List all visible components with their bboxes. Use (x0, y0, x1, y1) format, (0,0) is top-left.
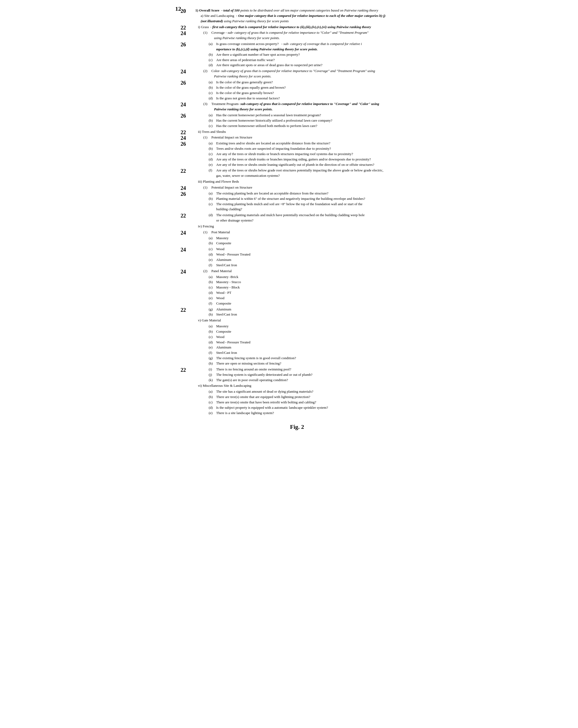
planting-a-line: (a) The existing planting beds are locat… (209, 191, 399, 196)
coverage-b-line: (b) Are there a significant number of ba… (209, 52, 399, 57)
fencing-header-line: iv) Fencing (198, 224, 399, 229)
main-content: 20 1) Overall Score - total of 500 point… (195, 8, 399, 415)
section-gate-material: v) Gate Material (195, 318, 399, 323)
section-26e: 26 (a) The existing planting beds are lo… (209, 191, 399, 212)
line-num-26d: 26 (181, 141, 186, 147)
line-num-24h: 24 (181, 269, 186, 275)
treatment-b-line: (b) Has the current homeowner historical… (209, 118, 399, 123)
planting-c-cont: building cladding? (216, 207, 399, 212)
section-26f: 24 (c) Wood (d) Wood - Pressure Treated … (209, 247, 399, 267)
post-material-header: (1) Post Material (203, 230, 399, 235)
gate-d: (d) Wood - Pressure Treated (209, 340, 399, 345)
section-misc-items: (a) The site has a significant amount of… (209, 389, 399, 415)
section-gate-items-1: (a) Masonry (b) Composite (c) Wood (d) W… (209, 324, 399, 366)
trees-c-line: (c) Are any of the trees or shrub trunks… (209, 152, 399, 157)
misc-b: (b) There are tree(s) onsite that are eq… (209, 394, 399, 399)
panel-c: (c) Masonry - Block (209, 285, 399, 290)
post-c: (c) Wood (209, 247, 399, 252)
line-num-24c: 24 (181, 102, 186, 108)
gate-f: (f) Steel/Cast Iron (209, 350, 399, 356)
misc-c: (c) There are tree(s) onsite that have b… (209, 400, 399, 405)
line-num-24a: 24 (181, 30, 186, 36)
treatment-sub-line: Pairwise ranking theory for score points… (214, 107, 399, 112)
gate-a: (a) Masonry (209, 324, 399, 329)
planting-c-line: (c) The existing planting beds mulch and… (209, 202, 399, 207)
planting-b-line: (b) Planting material is within 6" of th… (209, 196, 399, 202)
section-potential-impact-2: 24 (1) Potential Impact on Structure (203, 185, 399, 190)
section-planting: iii) Planting and Flower Beds (195, 179, 399, 184)
treatment-line: (3) Treatment Program- sub-category of g… (203, 102, 399, 107)
section-post-material: 24 (1) Post Material (203, 230, 399, 235)
coverage-c-line: (c) Are there areas of pedestrian traffi… (209, 58, 399, 63)
coverage-a-cont: mportance to (b),(c),(d) using Pairwise … (216, 47, 399, 52)
panel-b: (b) Masonry - Stucco (209, 280, 399, 285)
line-num-24d: 24 (181, 135, 186, 141)
section-22e: 22 (g) Aluminum (h) Steel/Cast Iron (209, 307, 399, 317)
gate-j: (j) The fencing system is significantly … (209, 372, 399, 378)
color-a-line: (a) Is the color of the grass generally … (209, 80, 399, 85)
planting-impact-header: (1) Potential Impact on Structure (203, 185, 399, 190)
misc-d: (d) Is the subject property is equipped … (209, 405, 399, 410)
misc-header: vi) Miscellaneous Site & Landscaping (198, 383, 399, 388)
planting-d-cont: or other drainage systems? (216, 218, 399, 223)
not-illustrated-line: (not illustrated) using Pairwise ranking… (201, 19, 399, 24)
misc-a: (a) The site has a significant amount of… (209, 389, 399, 394)
panel-h: (h) Steel/Cast Iron (209, 312, 399, 317)
section-color: 24 (2) Color- sub-category of grass that… (203, 69, 399, 79)
section-panel-material: 24 (2) Panel Material (203, 269, 399, 274)
post-d: (d) Wood - Pressure Treated (209, 252, 399, 257)
trees-shrubs-line: ii) Trees and Shrubs (198, 129, 399, 134)
overall-score-line: 1) Overall Score - total of 500 points t… (195, 8, 399, 13)
gate-material-header: v) Gate Material (198, 318, 399, 323)
page-number: 12 (175, 5, 181, 12)
panel-a: (a) Masonry -Brick (209, 275, 399, 280)
section-potential-impact-1: 24 (1) Potential Impact on Structure (203, 135, 399, 140)
section-coverage: 24 (1) Coverage - sub- category of grass… (203, 30, 399, 41)
trees-f-cont: gas, water, sewer or communication syste… (216, 173, 399, 178)
line-num-24e: 24 (181, 185, 186, 191)
gate-e: (e) Aluminum (209, 345, 399, 350)
line-num-24f: 24 (181, 230, 186, 236)
trees-b-line: (b) Trees and/or shrubs roots are suspec… (209, 146, 399, 151)
panel-g: (g) Aluminum (209, 307, 399, 312)
line-num-26c: 26 (181, 113, 186, 119)
section-26d: 26 (a) Existing trees and/or shrubs are … (209, 141, 399, 167)
color-b-line: (b) Is the color of the grass equally gr… (209, 85, 399, 90)
color-c-line: (c) Is the color of the grass generally … (209, 90, 399, 96)
section-22f: 22 (i) There is no fencing around an ons… (209, 367, 399, 383)
color-d-line: (d) Is the grass not green due to season… (209, 96, 399, 101)
potential-impact-header: (1) Potential Impact on Structure (203, 135, 399, 140)
gate-i: (i) There is no fencing around an onsite… (209, 367, 399, 372)
section-panel-items-1: (a) Masonry -Brick (b) Masonry - Stucco … (209, 275, 399, 306)
line-num-24g: 24 (181, 247, 186, 253)
gate-g: (g) The existing fencing system is in go… (209, 356, 399, 361)
coverage-sub-line: using Pairwise ranking theory for score … (214, 35, 399, 41)
line-num-22a: 22 (181, 25, 186, 31)
color-sub-line: Pairwise ranking theory for score points… (214, 74, 399, 79)
line-num-24b: 24 (181, 69, 186, 75)
planting-header-line: iii) Planting and Flower Beds (198, 179, 399, 184)
section-trees: 22 ii) Trees and Shrubs (195, 129, 399, 134)
treatment-c-line: (c) Has the current homeowner utilized b… (209, 124, 399, 129)
coverage-line: (1) Coverage - sub- category of grass th… (203, 30, 399, 35)
section-26b: 26 (a) Is the color of the grass general… (209, 80, 399, 101)
line-num-20: 20 (181, 8, 186, 14)
section-22d: 22 (d) The existing planting materials a… (209, 213, 399, 223)
section-misc: vi) Miscellaneous Site & Landscaping (195, 383, 399, 388)
site-landscaping-line: a) Site and Landscaping - One major cate… (201, 14, 399, 19)
coverage-d-line: (d) Are there significant spots or areas… (209, 63, 399, 68)
color-line: (2) Color- sub-category of grass that is… (203, 69, 399, 74)
trees-d-line: (d) Are any of the trees or shrub trunks… (209, 157, 399, 162)
gate-c: (c) Wood (209, 335, 399, 340)
grass-line: i) Grass - first sub-category that is co… (198, 25, 399, 30)
line-num-22d: 22 (181, 213, 186, 219)
post-e: (e) Aluminum (209, 257, 399, 262)
trees-e-line: (e) Are any of the trees or shrubs onsit… (209, 162, 399, 167)
planting-d-line: (d) The existing planting materials and … (209, 213, 399, 218)
post-f: (f) Steel/Cast Iron (209, 263, 399, 268)
gate-k: (k) The gate(s) are in poor overall oper… (209, 378, 399, 383)
panel-d: (d) Wood - PT (209, 290, 399, 295)
line-num-22f: 22 (181, 367, 186, 373)
trees-f-line: (f) Are any of the trees or shrubs below… (209, 168, 399, 173)
section-treatment: 24 (3) Treatment Program- sub-category o… (203, 102, 399, 112)
